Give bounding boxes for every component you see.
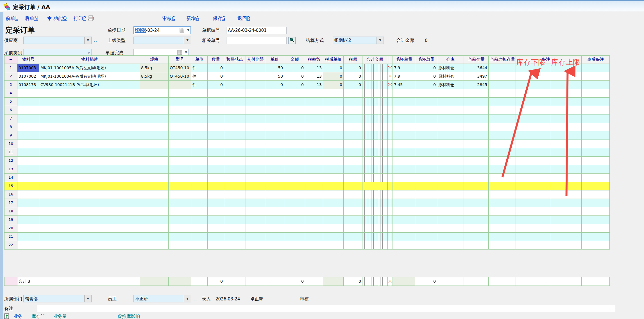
cell-desc[interactable]: CV980-1002141B-P/吊耳(毛坯): [39, 81, 140, 89]
cell-model[interactable]: [169, 89, 191, 98]
cell-warehouse[interactable]: [437, 157, 464, 165]
cell-vstock[interactable]: [489, 241, 516, 250]
cell-blanktotal[interactable]: [415, 131, 437, 140]
cell-afterprice[interactable]: [323, 182, 344, 190]
cell-qty[interactable]: [208, 165, 224, 174]
print-button[interactable]: 打印P: [74, 15, 86, 22]
cell-tax[interactable]: [344, 114, 362, 123]
cell-tax[interactable]: [344, 140, 362, 148]
cell-deadline[interactable]: [246, 216, 265, 224]
cell-red2[interactable]: [390, 241, 393, 250]
cell-remark[interactable]: [516, 89, 551, 98]
cell-blankunit[interactable]: [393, 123, 415, 131]
cell-amount[interactable]: [284, 241, 305, 250]
cell-postremark[interactable]: [582, 233, 610, 241]
cell-afterprice[interactable]: [323, 148, 344, 157]
cell-blankunit[interactable]: 7.9: [393, 72, 415, 81]
cell-deadline[interactable]: [246, 106, 265, 114]
cell-vstock[interactable]: [489, 174, 516, 182]
next-doc-button[interactable]: 后单N: [25, 15, 38, 22]
cell-price[interactable]: [265, 89, 284, 98]
cell-amount[interactable]: [284, 174, 305, 182]
cell-warehouse[interactable]: [437, 148, 464, 157]
cell-postremark[interactable]: [582, 98, 610, 106]
cell-price[interactable]: [265, 148, 284, 157]
cell-deadline[interactable]: [246, 98, 265, 106]
cell-red1[interactable]: [387, 224, 390, 233]
cell-red2[interactable]: [390, 157, 393, 165]
cell-red2[interactable]: [390, 98, 393, 106]
cell-unit[interactable]: [191, 224, 208, 233]
cell-desc[interactable]: [39, 199, 140, 207]
cell-stock[interactable]: [464, 123, 489, 131]
cell-desc[interactable]: [39, 98, 140, 106]
cell-blankunit[interactable]: [393, 190, 415, 199]
cell-code[interactable]: [17, 106, 39, 114]
cell-spec[interactable]: [140, 182, 169, 190]
cell-unit[interactable]: 件: [191, 81, 208, 89]
parent-type-dropdown-icon[interactable]: ▼: [184, 37, 191, 44]
cell-red2[interactable]: [390, 174, 393, 182]
cell-stock[interactable]: [464, 157, 489, 165]
cell-price[interactable]: [265, 233, 284, 241]
cell-unit[interactable]: [191, 140, 208, 148]
cell-model[interactable]: QT450-10: [169, 72, 191, 81]
cell-amount[interactable]: [284, 224, 305, 233]
cell-warn[interactable]: [224, 157, 246, 165]
cell-unit[interactable]: [191, 241, 208, 250]
cell-deadline[interactable]: [246, 81, 265, 89]
cell-red2[interactable]: [390, 123, 393, 131]
cell-remark[interactable]: [516, 233, 551, 241]
employee-select[interactable]: 卓正帮▼: [133, 295, 191, 302]
cell-vstock[interactable]: [489, 140, 516, 148]
prev-doc-button[interactable]: 前单L: [6, 15, 18, 22]
cell-unit[interactable]: [191, 216, 208, 224]
cell-postremark[interactable]: [582, 81, 610, 89]
cell-qty[interactable]: 0: [208, 72, 224, 81]
cell-afterprice[interactable]: [323, 123, 344, 131]
cell-warn[interactable]: [224, 114, 246, 123]
cell-qty[interactable]: 0: [208, 64, 224, 72]
doc-date-dropdown-icon[interactable]: ▼: [187, 28, 189, 32]
cell-desc[interactable]: [39, 174, 140, 182]
cell-red2[interactable]: [390, 199, 393, 207]
cell-blanktotal[interactable]: [415, 216, 437, 224]
add-button[interactable]: 新增A: [186, 15, 199, 22]
cell-spec[interactable]: [140, 233, 169, 241]
cell-code[interactable]: [17, 182, 39, 190]
cell-model[interactable]: [169, 190, 191, 199]
cell-red2[interactable]: [390, 140, 393, 148]
cell-vstock[interactable]: [489, 123, 516, 131]
cell-afterprice[interactable]: 0: [323, 64, 344, 72]
cell-spec[interactable]: [140, 190, 169, 199]
cell-stock[interactable]: [464, 114, 489, 123]
cell-remark[interactable]: [516, 123, 551, 131]
cell-afterprice[interactable]: [323, 114, 344, 123]
cell-stripes[interactable]: [362, 233, 387, 241]
cell-spec[interactable]: [140, 114, 169, 123]
cell-price[interactable]: [265, 131, 284, 140]
related-no-input[interactable]: [226, 37, 287, 44]
cell-blanktotal[interactable]: [415, 224, 437, 233]
cell-unit[interactable]: [191, 89, 208, 98]
cell-model[interactable]: [169, 241, 191, 250]
cell-stock[interactable]: [464, 241, 489, 250]
cell-taxrate[interactable]: 13: [305, 64, 323, 72]
cell-amount[interactable]: [284, 190, 305, 199]
cell-taxrate[interactable]: [305, 199, 323, 207]
cell-blankunit[interactable]: [393, 157, 415, 165]
cell-model[interactable]: [169, 199, 191, 207]
cell-spec[interactable]: [140, 123, 169, 131]
cell-no[interactable]: 13: [4, 165, 17, 174]
cell-spec[interactable]: [140, 148, 169, 157]
cell-stripes[interactable]: [362, 89, 387, 98]
cell-model[interactable]: [169, 233, 191, 241]
cell-tax[interactable]: [344, 131, 362, 140]
cell-unit[interactable]: 件: [191, 72, 208, 81]
cell-postremark[interactable]: [582, 216, 610, 224]
cell-qty[interactable]: [208, 190, 224, 199]
cell-model[interactable]: [169, 148, 191, 157]
cell-red2[interactable]: [390, 89, 393, 98]
cell-taxrate[interactable]: [305, 123, 323, 131]
cell-model[interactable]: [169, 182, 191, 190]
